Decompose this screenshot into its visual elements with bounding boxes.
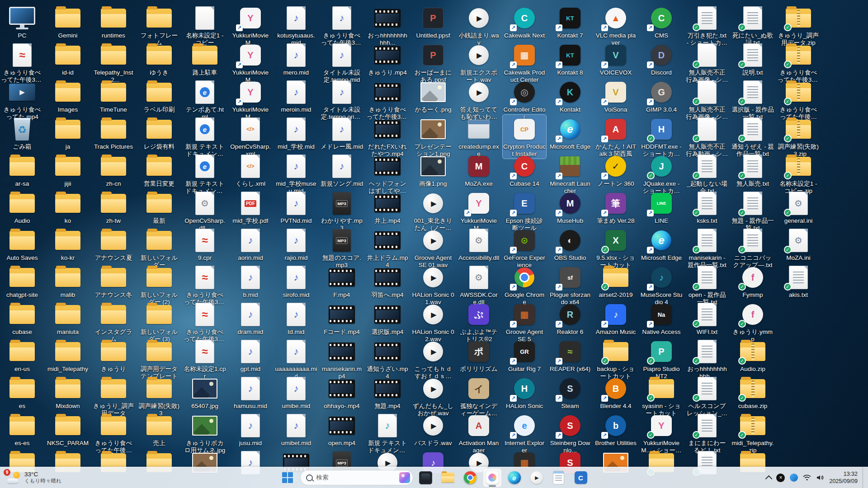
desktop-icon[interactable]: ✓ksks.txt [685, 189, 729, 225]
search-highlight-icon[interactable] [399, 472, 410, 483]
desktop-icon[interactable]: ♪sirofo.mid [274, 263, 318, 300]
desktop-icon[interactable]: chatgpt-site [0, 263, 44, 300]
taskbar-app-media-player[interactable]: ▶ [527, 468, 546, 487]
desktop-icon[interactable]: ♪umibet.mid [274, 411, 318, 448]
desktop-icon[interactable]: Images [46, 78, 90, 114]
desktop-icon[interactable]: ✓説明.txt [731, 41, 774, 77]
desktop-icon[interactable]: B↗Blender 4.4 [594, 374, 637, 411]
desktop-icon[interactable]: LINE↗LINE [640, 189, 683, 225]
desktop-icon[interactable]: ♪hamusu.mid [229, 374, 272, 411]
desktop-icon[interactable]: ≈↗REAPER (x64) [548, 337, 592, 374]
volume-icon[interactable] [816, 474, 824, 481]
desktop-icon[interactable]: 選択版.mp4 [366, 300, 409, 337]
desktop-icon[interactable]: en-us [0, 337, 44, 374]
desktop-icon[interactable]: ♪meroin.mid [274, 78, 318, 114]
desktop-icon[interactable]: 売上 [137, 411, 181, 448]
desktop-icon[interactable]: 最新 [137, 189, 181, 225]
desktop-icon[interactable]: V↗VoiSona [594, 78, 637, 114]
taskbar-app-file-explorer[interactable] [439, 468, 458, 487]
desktop-icon[interactable]: 筆↗筆まめ Ver.28 [594, 189, 637, 225]
taskbar-search-box[interactable]: 検索 [300, 470, 413, 485]
desktop-icon[interactable]: 羽笛へ.mp4 [366, 263, 409, 300]
desktop-icon[interactable]: C↗CMS [640, 4, 683, 40]
desktop-icon[interactable]: ✓WIFI.txt [685, 300, 729, 337]
desktop-icon[interactable]: ♪dram.mid [229, 300, 272, 337]
desktop-icon[interactable]: runtimes [92, 4, 135, 40]
taskbar-app-c-app[interactable]: C [571, 468, 590, 487]
tray-chevron-up-icon[interactable] [765, 475, 773, 482]
desktop-icon[interactable]: cubase [0, 300, 44, 337]
weather-widget[interactable]: 9 33°C くもり時々晴れ [2, 468, 67, 487]
desktop-icon[interactable]: ko [46, 189, 90, 225]
desktop-icon[interactable]: ✓↗ノートン 360 [594, 152, 637, 188]
desktop-icon[interactable]: かるーく.png [411, 78, 455, 114]
desktop-icon[interactable]: R↗Reaktor 6 [548, 300, 592, 337]
desktop-icon[interactable]: NKSC_PARAM [46, 411, 90, 448]
desktop-icon[interactable]: ♪mid_学校.mid [274, 115, 318, 151]
desktop-icon[interactable]: きゅうり.mp4 [366, 41, 409, 77]
desktop-icon[interactable]: TimeTune [92, 78, 135, 114]
desktop-icon[interactable]: ♻ごみ箱 [0, 115, 44, 151]
start-button[interactable] [278, 468, 297, 487]
desktop-icon[interactable]: ラベル印刷 [137, 78, 181, 114]
desktop-icon[interactable]: Auto Saves [0, 226, 44, 263]
desktop-icon[interactable]: f✓Fymmp [731, 263, 774, 300]
desktop-icon[interactable]: 画像1.png [411, 152, 455, 188]
desktop-icon[interactable]: C↗Cakewalk Next [503, 4, 546, 40]
desktop-icon[interactable]: H↗HALion Sonic [503, 374, 546, 411]
desktop-icon[interactable]: e↗Microsoft Edge [640, 226, 683, 263]
desktop-icon[interactable]: open.mp4 [320, 411, 363, 448]
desktop-icon[interactable]: ja [46, 115, 90, 151]
desktop-icon[interactable]: F.mp4 [320, 263, 363, 300]
desktop-icon[interactable]: ♪gpt.mid [229, 337, 272, 374]
desktop-icon[interactable]: ar-sa [0, 152, 44, 188]
desktop-icon[interactable]: ▶バスドラ.wav [411, 411, 455, 448]
desktop-icon[interactable]: 65407.jpg [183, 374, 226, 411]
desktop-icon[interactable]: K↗Kontakt [548, 78, 592, 114]
desktop-icon[interactable]: 井上.mp4 [366, 189, 409, 225]
desktop-icon[interactable]: ⚙✓MoZA.ini [777, 226, 820, 263]
desktop-icon[interactable]: ♪↗Amazon Music [594, 300, 637, 337]
desktop-icon[interactable]: id-id [46, 41, 90, 77]
desktop-icon[interactable]: M↗MuseHub [548, 189, 592, 225]
desktop-icon[interactable]: ✓airset2-2019 [594, 263, 637, 300]
desktop-icon[interactable]: ✓Audio.zip [731, 337, 774, 374]
desktop-icon[interactable]: 無題.mp4 [366, 374, 409, 411]
desktop-icon[interactable]: ✓akis.txt [777, 263, 820, 300]
desktop-icon[interactable]: midi_Telepathy [46, 337, 90, 374]
desktop-icon[interactable]: ≈9.cpr [183, 226, 226, 263]
taskbar-app-edge[interactable]: e [505, 468, 524, 487]
desktop-icon[interactable]: ✓cubase.zip [731, 374, 774, 411]
desktop-icon[interactable]: 路上駐車 [183, 41, 226, 77]
desktop-icon[interactable]: C↗Cubase 14 [503, 152, 546, 188]
desktop-icon[interactable]: KT↗Kontakt 8 [548, 41, 592, 77]
desktop-icon[interactable]: KT↗Kontakt 7 [548, 4, 592, 40]
desktop-icon[interactable]: MMoZA.exe [457, 152, 500, 188]
desktop-icon[interactable]: PC [0, 4, 44, 40]
desktop-icon[interactable]: maniuta [46, 300, 90, 337]
desktop-icon[interactable]: e↗Microsoft Edge [548, 115, 592, 151]
desktop-icon[interactable]: GR↗Guitar Rig 7 [503, 337, 546, 374]
taskbar-app-chrome[interactable] [461, 468, 480, 487]
show-desktop-button[interactable] [863, 467, 865, 488]
desktop-icon[interactable]: ♪メドレー風.mid [320, 115, 363, 151]
desktop-icon[interactable]: D↗Discord [640, 41, 683, 77]
desktop-icon[interactable]: V↗VOICEVOX [594, 41, 637, 77]
desktop-icon[interactable]: ♪mero.mid [274, 41, 318, 77]
desktop-icon[interactable]: ♪rajio.mid [274, 226, 318, 263]
desktop-icon[interactable]: アナウンス冬 [92, 263, 135, 300]
desktop-icon[interactable]: PUntitled.ppsf [411, 4, 455, 40]
taskbar-clock[interactable]: 13:32 2025/09/09 [829, 470, 858, 485]
desktop-icon[interactable]: ♪td.mid [274, 300, 318, 337]
desktop-icon[interactable]: ◐↗OBS Studio [548, 226, 592, 263]
desktop-icon[interactable]: ♪jusu.mid [229, 411, 272, 448]
desktop-icon[interactable]: Audio [0, 189, 44, 225]
desktop-icon[interactable]: レジ袋有料 [137, 115, 181, 151]
desktop-icon[interactable]: ♪umibe.mid [274, 374, 318, 411]
desktop-icon[interactable]: malib [46, 263, 90, 300]
desktop-icon[interactable]: ⚙✓general.ini [777, 189, 820, 225]
desktop-icon[interactable]: ポポリリリズム [457, 337, 500, 374]
desktop-icon[interactable]: ✓無人販売.txt [731, 152, 774, 188]
desktop-icon[interactable]: ⚙Accessibility.dll [457, 226, 500, 263]
tray-blue-app-icon[interactable] [790, 474, 798, 482]
